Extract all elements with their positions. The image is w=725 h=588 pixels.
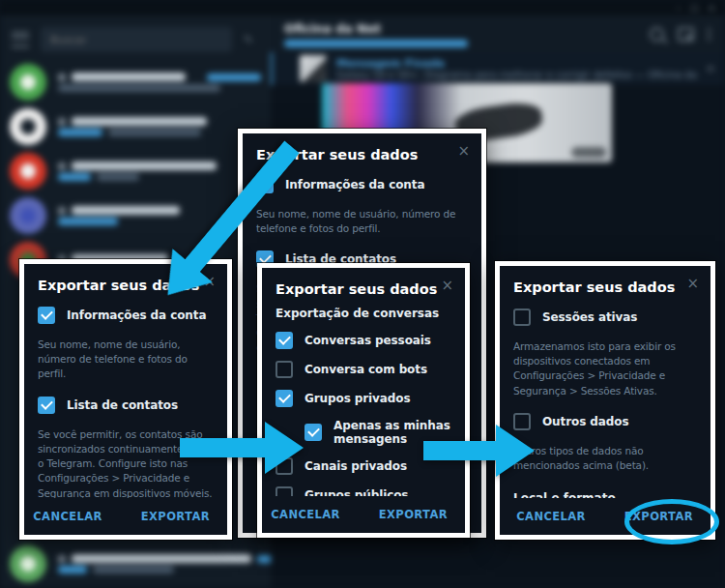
tutorial-arrow-step3-to-step4	[423, 425, 535, 477]
chat-preview-blurred	[58, 129, 102, 136]
close-icon[interactable]: ×	[686, 278, 699, 289]
chat-avatar	[10, 197, 46, 234]
checkbox[interactable]	[276, 332, 293, 349]
pinned-message-bar[interactable]: Mensagem Fixada Galaxy S9 e S9+: Diagram…	[271, 52, 725, 85]
checkbox-row[interactable]: Sessões ativas	[513, 309, 697, 326]
telegram-export-tutorial: – ▢ × ✎ Oficina da Net	[0, 0, 725, 588]
muted-icon	[58, 118, 66, 126]
window-close-icon[interactable]: ×	[708, 3, 715, 13]
dialog-footer: CANCELAR EXPORTAR	[24, 498, 227, 535]
checkbox-label: Sessões ativas	[542, 310, 637, 324]
chat-list-item[interactable]	[0, 104, 271, 149]
close-icon[interactable]: ×	[441, 279, 453, 291]
chat-name-blurred	[72, 162, 217, 170]
muted-icon	[58, 555, 66, 563]
muted-icon	[58, 74, 66, 81]
option-description: Armazenamos isto para exibir os disposit…	[513, 339, 697, 398]
chat-name-blurred	[72, 206, 180, 215]
checkbox-row[interactable]: Conversas pessoais	[276, 332, 451, 349]
chat-name-blurred	[72, 554, 251, 563]
hamburger-menu-icon[interactable]	[12, 32, 29, 47]
pinned-thumbnail	[300, 55, 327, 82]
pinned-close-icon[interactable]: ×	[706, 62, 715, 75]
cancel-button[interactable]: CANCELAR	[27, 509, 108, 524]
search-input[interactable]	[41, 27, 232, 52]
section-header: Exportação de conversas	[276, 307, 451, 320]
chat-avatar	[10, 64, 46, 101]
chat-list-item[interactable]	[0, 60, 271, 104]
maximize-icon[interactable]: ▢	[690, 3, 699, 13]
chat-name-blurred	[72, 73, 186, 81]
close-icon[interactable]: ×	[457, 145, 470, 157]
chat-avatar	[10, 153, 46, 190]
checkbox-row[interactable]: Conversa com bots	[276, 361, 451, 378]
checkbox-label: Canais privados	[304, 459, 407, 473]
checkbox[interactable]	[38, 397, 55, 414]
checkbox-label: Conversas pessoais	[304, 334, 431, 347]
chat-meta-blurred	[207, 74, 261, 81]
chat-preview-blurred	[58, 566, 87, 573]
checkbox[interactable]	[276, 390, 293, 407]
chat-preview-blurred	[58, 84, 220, 92]
menu-dots-icon[interactable]	[708, 28, 711, 41]
checkbox-label: Conversa com bots	[304, 363, 427, 376]
chat-list-item[interactable]	[0, 542, 271, 586]
checkbox-row[interactable]: Grupos privados	[276, 390, 451, 407]
checkbox-row[interactable]: Lista de contatos	[38, 397, 214, 414]
export-button[interactable]: EXPORTAR	[373, 507, 453, 522]
checkbox-label: Grupos privados	[304, 392, 410, 405]
chat-subtitle	[284, 40, 468, 47]
chat-title: Oficina da Net	[284, 21, 636, 36]
chat-preview-blurred	[108, 129, 201, 136]
checkbox[interactable]	[304, 424, 322, 441]
dialog-title: Exportar seus dados	[276, 281, 451, 297]
call-icon[interactable]	[678, 27, 694, 42]
checkbox[interactable]	[276, 361, 293, 378]
dialog-footer: CANCELAR EXPORTAR	[262, 496, 465, 533]
message-timestamp	[571, 147, 606, 158]
tutorial-arrow-step2-to-step3	[180, 422, 304, 474]
chat-preview-blurred	[58, 173, 91, 181]
checkbox[interactable]	[513, 309, 531, 326]
muted-icon	[58, 207, 66, 215]
chat-preview-blurred	[97, 173, 139, 181]
checkbox-row[interactable]: Outros dados	[513, 413, 697, 430]
chat-header: Oficina da Net	[271, 15, 725, 52]
export-dialog-step3: Exportar seus dados × Exportação de conv…	[257, 263, 470, 538]
option-description: Outros tipos de dados não mencionados ac…	[513, 444, 697, 473]
export-button-highlight	[624, 499, 719, 544]
muted-icon	[58, 162, 66, 170]
minimize-icon[interactable]: –	[676, 3, 681, 13]
cancel-button[interactable]: CANCELAR	[510, 509, 592, 524]
option-description: Seu nome, nome de usuário, número de tel…	[38, 338, 214, 382]
option-description: Seu nome, nome de usuário, número de tel…	[256, 207, 468, 236]
chat-preview-blurred	[93, 566, 174, 573]
export-dialog-step4: Exportar seus dados × Sessões ativas Arm…	[495, 261, 715, 540]
checkbox-label: Outros dados	[542, 415, 628, 428]
chat-preview-blurred	[58, 218, 118, 225]
export-dialog-step2: Exportar seus dados × Informações da con…	[19, 259, 232, 540]
compose-icon[interactable]: ✎	[244, 33, 257, 46]
export-button[interactable]: EXPORTAR	[135, 509, 216, 524]
chat-name-blurred	[72, 117, 207, 126]
search-icon[interactable]	[650, 27, 664, 42]
dialog-title: Exportar seus dados	[513, 279, 697, 295]
checkbox-label: Lista de contatos	[67, 398, 178, 412]
window-titlebar: – ▢ ×	[0, 0, 725, 15]
checkbox-label: Informações da conta	[285, 178, 424, 191]
pinned-label: Mensagem Fixada	[336, 57, 696, 70]
checkbox[interactable]	[38, 307, 55, 324]
cancel-button[interactable]: CANCELAR	[265, 507, 346, 522]
chat-avatar	[10, 108, 46, 145]
pinned-preview: Galaxy S9 e S9+: Diagrama para melhorar …	[336, 70, 696, 80]
chat-avatar	[10, 545, 46, 582]
